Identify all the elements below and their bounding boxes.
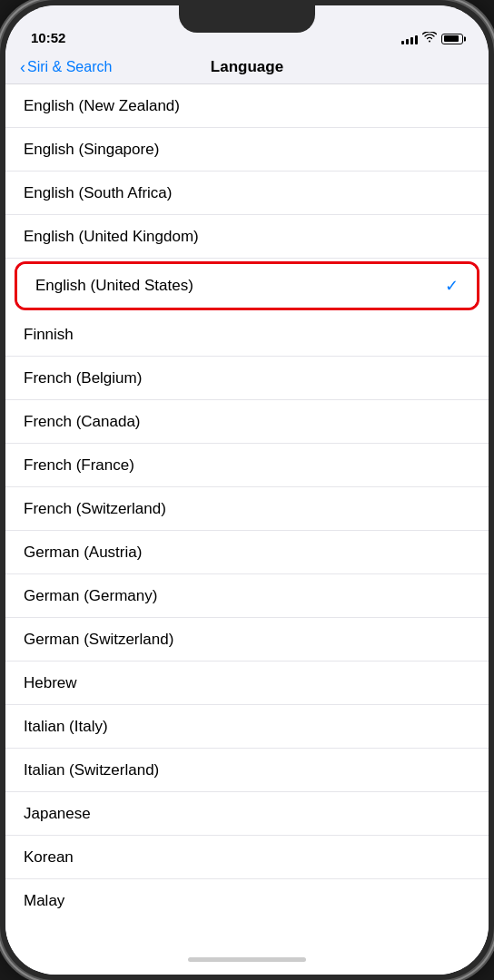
language-label: French (Belgium) xyxy=(24,369,142,387)
list-item[interactable]: English (New Zealand) xyxy=(5,84,489,128)
language-label: French (Canada) xyxy=(24,413,141,431)
language-label: French (France) xyxy=(24,456,134,475)
list-item[interactable]: German (Germany) xyxy=(5,574,489,618)
signal-bar-4 xyxy=(415,35,418,44)
language-label: German (Germany) xyxy=(24,587,157,605)
list-item[interactable]: French (Canada) xyxy=(5,400,489,444)
page-title: Language xyxy=(211,58,283,76)
list-item[interactable]: French (Switzerland) xyxy=(5,487,489,531)
signal-bars-icon xyxy=(401,34,418,44)
status-time: 10:52 xyxy=(31,30,65,45)
list-item[interactable]: English (United Kingdom) xyxy=(5,215,489,259)
back-button[interactable]: ‹ Siri & Search xyxy=(20,58,112,77)
language-label: English (Singapore) xyxy=(24,141,159,159)
language-label: German (Switzerland) xyxy=(24,631,173,649)
notch xyxy=(179,5,315,33)
home-indicator xyxy=(5,944,489,975)
phone-frame: 10:52 xyxy=(0,0,494,980)
battery-icon xyxy=(441,34,463,44)
phone-inner: 10:52 xyxy=(5,5,489,975)
language-label: English (United States) xyxy=(35,277,193,295)
signal-bar-3 xyxy=(410,37,413,44)
selected-language-wrapper: English (United States) ✓ xyxy=(15,261,479,310)
signal-bar-1 xyxy=(401,41,404,44)
list-item[interactable]: French (France) xyxy=(5,444,489,487)
language-label: German (Austria) xyxy=(24,544,142,562)
list-item[interactable]: Italian (Italy) xyxy=(5,705,489,749)
list-item-selected[interactable]: English (United States) ✓ xyxy=(17,264,477,308)
language-label: English (South Africa) xyxy=(24,184,172,202)
language-label: Japanese xyxy=(24,805,91,823)
list-item[interactable]: German (Switzerland) xyxy=(5,618,489,662)
battery-fill xyxy=(444,35,459,42)
chevron-left-icon: ‹ xyxy=(20,58,25,77)
screen: 10:52 xyxy=(5,5,489,975)
home-bar xyxy=(188,957,306,962)
nav-bar: ‹ Siri & Search Language xyxy=(5,51,489,84)
language-label: Italian (Italy) xyxy=(24,718,108,736)
checkmark-icon: ✓ xyxy=(445,276,459,296)
list-item[interactable]: English (South Africa) xyxy=(5,172,489,215)
language-label: French (Switzerland) xyxy=(24,500,166,518)
list-item[interactable]: Japanese xyxy=(5,792,489,836)
language-label: English (United Kingdom) xyxy=(24,228,199,246)
language-label: Malay xyxy=(24,892,64,910)
list-item[interactable]: Italian (Switzerland) xyxy=(5,749,489,792)
language-label: Hebrew xyxy=(24,674,77,692)
language-label: English (New Zealand) xyxy=(24,97,180,115)
list-item[interactable]: Malay xyxy=(5,879,489,923)
list-item[interactable]: Finnish xyxy=(5,313,489,357)
language-label: Italian (Switzerland) xyxy=(24,761,159,779)
signal-bar-2 xyxy=(406,39,409,44)
list-item[interactable]: Hebrew xyxy=(5,662,489,705)
wifi-icon xyxy=(422,32,437,45)
list-item[interactable]: English (Singapore) xyxy=(5,128,489,172)
language-list: English (New Zealand) English (Singapore… xyxy=(5,84,489,944)
language-label: Finnish xyxy=(24,326,74,344)
list-item[interactable]: German (Austria) xyxy=(5,531,489,574)
list-item[interactable]: Korean xyxy=(5,836,489,879)
status-icons xyxy=(401,32,463,45)
back-label: Siri & Search xyxy=(27,59,112,75)
list-item[interactable]: French (Belgium) xyxy=(5,357,489,400)
language-label: Korean xyxy=(24,848,74,867)
